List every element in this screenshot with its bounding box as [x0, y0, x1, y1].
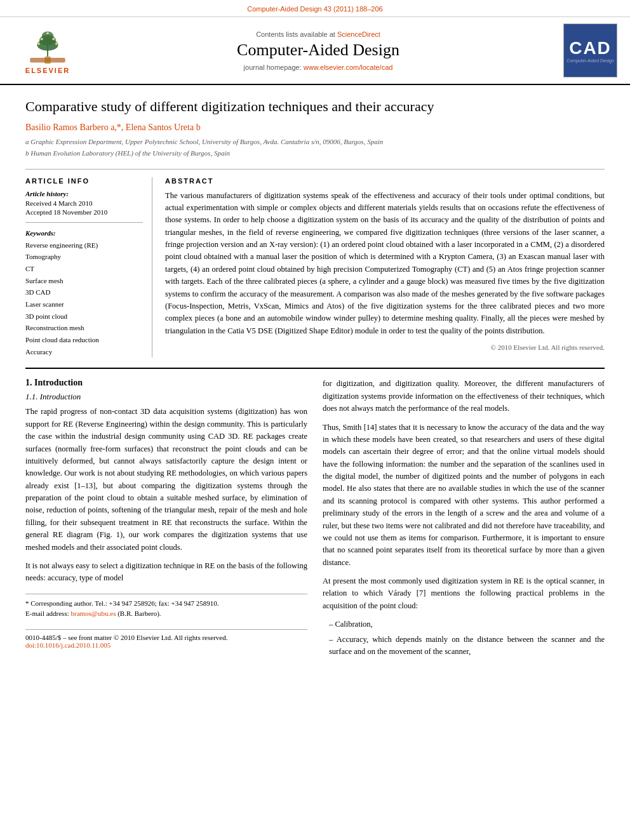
bottom-doi[interactable]: doi:10.1016/j.cad.2010.11.005 [25, 641, 307, 649]
elsevier-logo: ELSEVIER [13, 27, 83, 74]
journal-homepage: journal homepage: www.elsevier.com/locat… [89, 63, 547, 71]
keyword-8: Reconstruction mesh [25, 322, 143, 334]
journal-title: Computer-Aided Design [89, 41, 547, 60]
header-area: ELSEVIER Contents lists available at Sci… [0, 17, 630, 85]
accepted-date: Accepted 18 November 2010 [25, 208, 143, 216]
info-abstract-section: ARTICLE INFO Article history: Received 4… [25, 169, 605, 358]
affiliations: a Graphic Expression Department, Upper P… [25, 137, 605, 159]
body-text-area: 1. Introduction 1.1. Introduction The ra… [25, 368, 605, 663]
keyword-2: Tomography [25, 251, 143, 263]
cad-logo: CAD Computer-Aided Design [563, 23, 617, 77]
section1-num: 1. [25, 378, 32, 387]
keyword-3: CT [25, 263, 143, 275]
body-left-col: 1. Introduction 1.1. Introduction The ra… [25, 378, 307, 663]
article-title: Comparative study of different digitizat… [25, 98, 605, 116]
svg-point-9 [46, 32, 49, 34]
keyword-9: Point cloud data reduction [25, 334, 143, 346]
section1-title: 1. Introduction [25, 378, 307, 388]
copyright-line: © 2010 Elsevier Ltd. All rights reserved… [165, 343, 605, 351]
footnote-email[interactable]: bramos@ubu.es [70, 610, 116, 617]
author-names: Basilio Ramos Barbero a,*, Elena Santos … [25, 123, 201, 132]
body-right-col: for digitization, and digitization quali… [323, 378, 605, 663]
subsection1-num: 1.1. [25, 392, 38, 401]
keywords-heading: Keywords: [25, 229, 143, 237]
cad-logo-subtitle: Computer-Aided Design [566, 58, 614, 63]
svg-point-6 [55, 43, 58, 45]
article-info-heading: ARTICLE INFO [25, 177, 143, 185]
keyword-5: 3D CAD [25, 286, 143, 298]
bottom-issn: 0010-4485/$ – see front matter © 2010 El… [25, 634, 307, 641]
right-para-3: At present the most commonly used digiti… [323, 575, 605, 612]
article-info-col: ARTICLE INFO Article history: Received 4… [25, 177, 152, 358]
affiliation-b: b Human Evolution Laboratory (HEL) of th… [25, 148, 605, 159]
footnote-email-label: E-mail address: [25, 610, 69, 617]
homepage-label: journal homepage: [244, 63, 302, 71]
abstract-heading: ABSTRACT [165, 177, 605, 185]
abstract-col: ABSTRACT The various manufacturers of di… [165, 177, 605, 358]
footnote-author: (B.R. Barbero). [117, 610, 161, 617]
svg-point-8 [52, 37, 55, 40]
svg-point-7 [41, 37, 43, 40]
body-para-1: The rapid progress of non-contact 3D dat… [25, 406, 307, 554]
bottom-info: 0010-4485/$ – see front matter © 2010 El… [25, 629, 307, 649]
body-para-2: It is not always easy to select a digiti… [25, 560, 307, 585]
subsection1-title: 1.1. Introduction [25, 392, 307, 402]
right-para-1: for digitization, and digitization quali… [323, 378, 605, 415]
history-heading: Article history: [25, 190, 143, 197]
subsection1-label: Introduction [40, 392, 81, 401]
top-bar: Computer-Aided Design 43 (2011) 188–206 [0, 0, 630, 17]
keyword-7: 3D point cloud [25, 310, 143, 323]
keyword-10: Accuracy [25, 346, 143, 358]
body-two-col: 1. Introduction 1.1. Introduction The ra… [25, 378, 605, 663]
divider [25, 222, 143, 223]
keyword-1: Reverse engineering (RE) [25, 239, 143, 251]
right-para-2: Thus, Smith [14] states that it is neces… [323, 422, 605, 570]
footnote-star: * Corresponding author. Tel.: +34 947 25… [25, 599, 218, 607]
contents-text: Contents lists available at [256, 30, 335, 38]
bullet-item-2: Accuracy, which depends mainly on the di… [329, 634, 605, 658]
contents-line: Contents lists available at ScienceDirec… [89, 30, 547, 38]
svg-rect-10 [30, 58, 65, 62]
elsevier-logo-container: ELSEVIER [13, 27, 83, 74]
footnote-area: * Corresponding author. Tel.: +34 947 25… [25, 594, 307, 619]
authors-line: Basilio Ramos Barbero a,*, Elena Santos … [25, 123, 605, 133]
keywords-section: Keywords: Reverse engineering (RE) Tomog… [25, 229, 143, 358]
abstract-text: The various manufacturers of digitizatio… [165, 190, 605, 338]
article-main: Comparative study of different digitizat… [0, 85, 630, 676]
elsevier-tree-icon [22, 27, 73, 65]
section1-label: Introduction [34, 378, 83, 387]
svg-point-5 [37, 43, 40, 45]
journal-ref: Computer-Aided Design 43 (2011) 188–206 [247, 5, 382, 13]
cad-logo-text: CAD [569, 38, 612, 58]
header-center: Contents lists available at ScienceDirec… [83, 30, 554, 71]
homepage-link[interactable]: www.elsevier.com/locate/cad [304, 63, 393, 71]
bullet-list: Calibration, Accuracy, which depends mai… [323, 618, 605, 658]
bullet-item-1: Calibration, [329, 618, 605, 630]
footnote-email-line: E-mail address: bramos@ubu.es (B.R. Barb… [25, 608, 307, 619]
keyword-6: Laser scanner [25, 298, 143, 310]
keywords-list: Reverse engineering (RE) Tomography CT S… [25, 239, 143, 358]
affiliation-a: a Graphic Expression Department, Upper P… [25, 137, 605, 147]
elsevier-label: ELSEVIER [25, 67, 70, 74]
article-history: Article history: Received 4 March 2010 A… [25, 190, 143, 216]
sciencedirect-link[interactable]: ScienceDirect [337, 30, 380, 38]
footnote-star-line: * Corresponding author. Tel.: +34 947 25… [25, 598, 307, 609]
cad-logo-container: CAD Computer-Aided Design [554, 23, 617, 77]
received-date: Received 4 March 2010 [25, 199, 143, 207]
keyword-4: Surface mesh [25, 275, 143, 287]
